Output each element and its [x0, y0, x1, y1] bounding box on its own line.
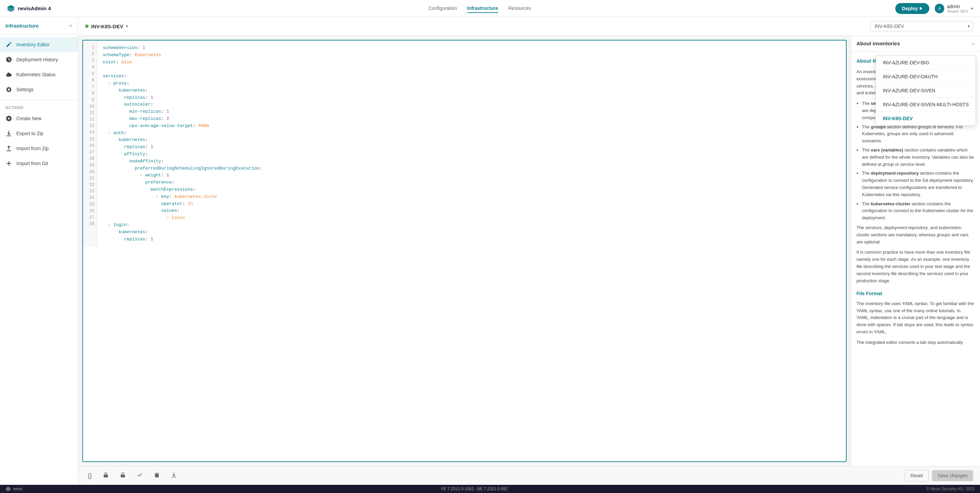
play-icon — [920, 7, 923, 10]
line-number-2: 2 — [86, 51, 94, 57]
line-number-14: 14 — [86, 129, 94, 136]
code-line-21: matchExpressions: — [103, 186, 840, 193]
status-bar: nevis FE 7.2311.0-1062 · BE 7.2311.0.692… — [0, 485, 980, 493]
deploy-label: Deploy — [902, 6, 918, 11]
compare-option-inv-azure-dev-oauth[interactable]: INV-AZURE-DEV-OAUTH — [876, 70, 975, 84]
user-avatar: A — [935, 4, 944, 13]
line-number-6: 6 — [86, 77, 94, 84]
inventory-selector: INV-K8S-DEV ▾ — [85, 24, 128, 29]
line-number-24: 24 — [86, 195, 94, 201]
line-number-7: 7 — [86, 84, 94, 90]
line-number-25: 25 — [86, 201, 94, 208]
about-panel-header: About inventories » — [851, 36, 980, 51]
sidebar-divider — [0, 100, 78, 100]
download-icon — [5, 130, 12, 137]
line-number-18: 18 — [86, 156, 94, 162]
sidebar-item-kubernetes-status[interactable]: Kubernetes Status — [0, 67, 78, 82]
about-panel-title: About inventories — [856, 40, 900, 46]
code-line-10: min-replicas: 1 — [103, 108, 840, 115]
about-list-groups: The groups section defines groups of ser… — [862, 124, 975, 145]
code-line-7: kubernetes: — [103, 87, 840, 94]
code-line-22: - key: kubernetes.io/os — [103, 193, 840, 201]
sidebar-item-export-to-zip[interactable]: Export to Zip — [0, 126, 78, 141]
about-mandatory-text: The services, deployment-repository, and… — [856, 224, 975, 246]
validate-button[interactable] — [134, 471, 146, 481]
sidebar-item-import-from-git[interactable]: Import from Git — [0, 156, 78, 171]
code-line-24: values: — [103, 207, 840, 214]
app-logo: nevisAdmin 4 — [7, 5, 51, 13]
line-number-4: 4 — [86, 64, 94, 71]
plus-circle-icon — [5, 115, 12, 122]
line-number-11: 11 — [86, 110, 94, 116]
sidebar: Infrastructure « Inventory Editor Deploy… — [0, 17, 78, 485]
code-line-16: affinity: — [103, 151, 840, 158]
code-line-13: - auth: — [103, 130, 840, 137]
code-line-27: kubernetes: — [103, 229, 840, 236]
app-name: nevisAdmin 4 — [18, 5, 51, 11]
format-button[interactable]: {} — [85, 471, 95, 481]
status-copyright: © Nevis Security AG, 2023 — [926, 487, 975, 491]
copy-icon — [154, 472, 160, 478]
content-area: INV-K8S-DEV ▾ Compare to... INV-AZURE-DE… — [78, 17, 980, 485]
sidebar-item-settings-label: Settings — [16, 87, 34, 92]
line-number-28: 28 — [86, 221, 94, 227]
git-icon — [5, 160, 12, 167]
nav-configuration[interactable]: Configuration — [428, 4, 457, 13]
user-name: admin — [947, 4, 968, 9]
line-number-8: 8 — [86, 90, 94, 97]
unlock-icon — [120, 472, 126, 478]
validate-icon — [137, 472, 143, 478]
line-number-13: 13 — [86, 123, 94, 129]
unlock-button[interactable] — [117, 471, 129, 481]
code-line-9: autoscaler: — [103, 101, 840, 108]
line-number-27: 27 — [86, 214, 94, 221]
lock-button[interactable] — [100, 471, 111, 481]
code-line-4 — [103, 66, 840, 73]
line-number-16: 16 — [86, 143, 94, 149]
compare-option-inv-k8s-dev[interactable]: INV-K8S-DEV — [876, 112, 975, 125]
sidebar-item-create-new[interactable]: Create New — [0, 111, 78, 126]
code-line-25: - linux — [103, 214, 840, 222]
download-button[interactable] — [168, 471, 180, 481]
code-editor[interactable]: 1 2 3 4 5 6 7 8 9 10 11 12 13 14 — [82, 40, 846, 462]
status-nevis-logo: nevis — [5, 486, 22, 491]
compare-dropdown-menu: INV-AZURE-DEV-BIG INV-AZURE-DEV-OAUTH IN… — [875, 56, 976, 126]
line-number-19: 19 — [86, 162, 94, 169]
compare-dropdown: Compare to... INV-AZURE-DEV-BIGINV-AZURE… — [870, 21, 973, 31]
code-line-28: replicas: 1 — [103, 236, 840, 243]
status-dot — [85, 24, 89, 28]
sidebar-item-deployment-history[interactable]: Deployment History — [0, 52, 78, 67]
panel-collapse-button[interactable]: » — [972, 41, 975, 46]
nav-infrastructure[interactable]: Infrastructure — [467, 4, 498, 13]
line-number-26: 26 — [86, 208, 94, 214]
code-line-23: operator: In — [103, 201, 840, 208]
user-details: admin Tenant: DEV — [947, 4, 968, 13]
deploy-button[interactable]: Deploy — [895, 3, 930, 14]
bottom-toolbar: {} — [78, 466, 980, 485]
sidebar-item-import-from-zip[interactable]: Import from Zip — [0, 141, 78, 156]
sidebar-item-inventory-editor[interactable]: Inventory Editor — [0, 37, 78, 52]
sidebar-collapse-button[interactable]: « — [69, 22, 73, 29]
editor-panel: 1 2 3 4 5 6 7 8 9 10 11 12 13 14 — [78, 36, 980, 466]
code-line-1: schemaVersion: 1 — [103, 45, 840, 52]
line-number-23: 23 — [86, 188, 94, 195]
cloud-icon — [5, 71, 12, 78]
sidebar-item-settings[interactable]: Settings — [0, 82, 78, 97]
inventory-dropdown-arrow[interactable]: ▾ — [126, 24, 128, 29]
compare-option-inv-azure-dev-big[interactable]: INV-AZURE-DEV-BIG — [876, 56, 975, 70]
gear-icon — [5, 86, 12, 93]
reset-button[interactable]: Reset — [905, 470, 929, 482]
save-changes-button[interactable]: Save changes — [932, 470, 973, 481]
user-info: A admin Tenant: DEV ▾ — [935, 4, 973, 13]
compare-option-inv-azure-dev-siven[interactable]: INV-AZURE-DEV-SIVEN — [876, 84, 975, 98]
copy-button[interactable] — [151, 471, 163, 481]
nav-resources[interactable]: Resources — [508, 4, 531, 13]
clock-icon — [5, 56, 12, 63]
about-list-vars: The vars (variables) section contains va… — [862, 147, 975, 168]
line-numbers: 1 2 3 4 5 6 7 8 9 10 11 12 13 14 — [83, 40, 97, 247]
about-practice-text: It is common practice to have more than … — [856, 249, 975, 284]
user-dropdown-arrow[interactable]: ▾ — [971, 6, 973, 11]
compare-option-inv-azure-dev-siven-multi-hosts[interactable]: INV-AZURE-DEV-SIVEN-MULTI-HOSTS — [876, 98, 975, 112]
code-line-18: preferredDuringSchedulingIgnoredDuringEx… — [103, 165, 840, 172]
compare-to-select[interactable]: Compare to... INV-AZURE-DEV-BIGINV-AZURE… — [870, 21, 973, 31]
